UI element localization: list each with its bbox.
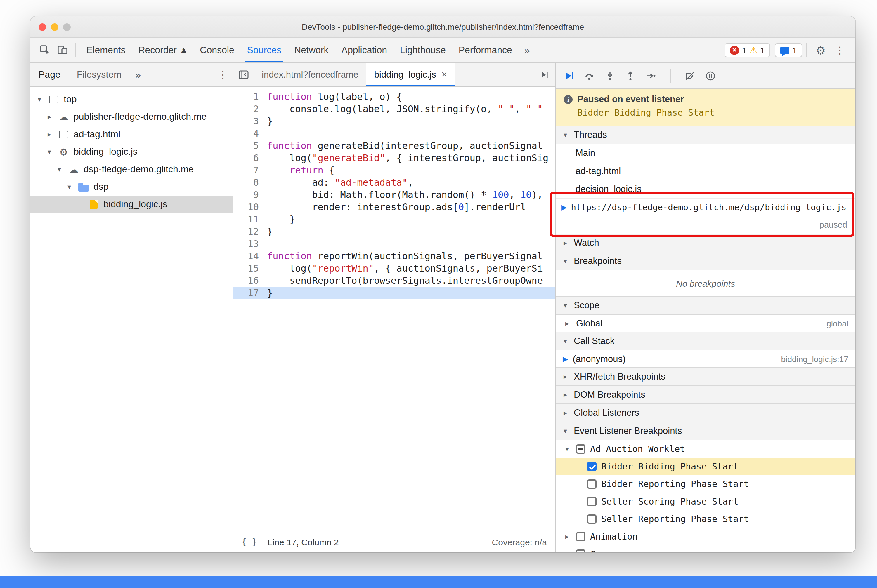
- section-header-watch[interactable]: ▸Watch: [556, 234, 855, 252]
- tab-lighthouse[interactable]: Lighthouse: [394, 38, 452, 63]
- elb-item-bidder-reporting-phase-start[interactable]: Bidder Reporting Phase Start: [556, 475, 855, 493]
- main-menu-kebab-icon[interactable]: ⋮: [830, 44, 850, 56]
- tab-performance[interactable]: Performance: [452, 38, 519, 63]
- tab-sources[interactable]: Sources: [241, 38, 288, 63]
- section-header-dom-breakpoints[interactable]: ▸DOM Breakpoints: [556, 386, 855, 404]
- thread-item-active[interactable]: ▶https://dsp-fledge-demo.glitch.me/dsp/b…: [556, 198, 855, 234]
- code-line[interactable]: 14function reportWin(auctionSignals, per…: [233, 250, 555, 262]
- tree-item-dsp[interactable]: ▾dsp: [30, 178, 233, 196]
- tree-item-publisher-fledge-demo-glitch-me[interactable]: ▸☁publisher-fledge-demo.glitch.me: [30, 108, 233, 126]
- thread-item-main[interactable]: Main: [556, 144, 855, 162]
- checkbox[interactable]: [587, 514, 597, 524]
- chevron-down-icon[interactable]: ▾: [35, 95, 44, 104]
- editor-tab-index[interactable]: index.html?fencedframe: [254, 63, 367, 86]
- tab-elements[interactable]: Elements: [80, 38, 132, 63]
- zoom-window-button[interactable]: [63, 23, 71, 31]
- pretty-print-button[interactable]: { }: [241, 537, 257, 547]
- tab-filesystem[interactable]: Filesystem: [69, 63, 130, 86]
- section-header-scope[interactable]: ▾Scope: [556, 296, 855, 315]
- line-number: 8: [233, 176, 267, 189]
- editor-tab-bidding-logic[interactable]: bidding_logic.js ×: [367, 63, 456, 86]
- tab-application[interactable]: Application: [335, 38, 394, 63]
- errors-warnings-badge[interactable]: ✕ 1 ⚠ 1: [725, 43, 770, 57]
- checkbox[interactable]: [587, 462, 597, 471]
- call-stack-frame[interactable]: ▶(anonymous)bidding_logic.js:17: [556, 350, 855, 368]
- checkbox[interactable]: [576, 444, 585, 454]
- pause-on-exceptions-button[interactable]: [705, 70, 716, 81]
- chevron-right-icon[interactable]: ▸: [45, 113, 54, 121]
- resume-script-button[interactable]: [564, 70, 574, 81]
- tree-item-bidding-logic-js[interactable]: bidding_logic.js: [30, 196, 233, 213]
- chevron-down-icon[interactable]: ▾: [65, 183, 74, 191]
- issues-badge[interactable]: 1: [775, 43, 802, 57]
- code-line[interactable]: 3}: [233, 115, 555, 127]
- code-line[interactable]: 4: [233, 127, 555, 140]
- code-line[interactable]: 10 render: interestGroup.ads[0].renderUr…: [233, 201, 555, 213]
- code-line[interactable]: 15 log("reportWin", { auctionSignals, pe…: [233, 262, 555, 274]
- code-line[interactable]: 2 console.log(label, JSON.stringify(o, "…: [233, 103, 555, 115]
- toggle-navigator-icon[interactable]: [233, 63, 254, 86]
- chevron-right-icon[interactable]: ▸: [45, 130, 54, 138]
- chevron-down-icon[interactable]: ▾: [45, 148, 54, 156]
- tab-page[interactable]: Page: [30, 63, 69, 86]
- inspect-element-icon[interactable]: [36, 42, 54, 59]
- step-button[interactable]: [645, 70, 656, 81]
- checkbox[interactable]: [576, 532, 585, 541]
- line-number: 3: [233, 115, 267, 127]
- device-toolbar-icon[interactable]: [54, 42, 71, 59]
- section-header-call-stack[interactable]: ▾Call Stack: [556, 332, 855, 350]
- deactivate-breakpoints-button[interactable]: [685, 70, 695, 81]
- step-into-button[interactable]: [605, 70, 615, 81]
- checkbox[interactable]: [587, 479, 597, 489]
- more-navigator-tabs-button[interactable]: »: [130, 69, 147, 81]
- code-line[interactable]: 6 log("generateBid", { interestGroup, au…: [233, 152, 555, 164]
- code-line[interactable]: 9 bid: Math.floor(Math.random() * 100, 1…: [233, 189, 555, 201]
- tab-console[interactable]: Console: [193, 38, 241, 63]
- code-line[interactable]: 7 return {: [233, 164, 555, 176]
- code-line[interactable]: 17}: [233, 287, 555, 299]
- elb-item-seller-reporting-phase-start[interactable]: Seller Reporting Phase Start: [556, 510, 855, 528]
- code-line[interactable]: 12}: [233, 225, 555, 238]
- settings-gear-icon[interactable]: ⚙: [811, 44, 830, 57]
- code-editor[interactable]: 1function log(label, o) {2 console.log(l…: [233, 87, 555, 531]
- elb-group-canvas[interactable]: ▸Canvas: [556, 545, 855, 552]
- section-header-breakpoints[interactable]: ▾Breakpoints: [556, 252, 855, 270]
- checkbox[interactable]: [576, 549, 585, 552]
- step-out-button[interactable]: [625, 70, 636, 81]
- tree-item-label: dsp-fledge-demo.glitch.me: [84, 164, 194, 175]
- navigator-menu-kebab-icon[interactable]: ⋮: [213, 69, 233, 81]
- line-number: 9: [233, 189, 267, 201]
- tab-network[interactable]: Network: [288, 38, 335, 63]
- tree-item-ad-tag-html[interactable]: ▸ad-tag.html: [30, 126, 233, 143]
- elb-item-bidder-bidding-phase-start[interactable]: Bidder Bidding Phase Start: [556, 458, 855, 475]
- code-line[interactable]: 1function log(label, o) {: [233, 90, 555, 103]
- thread-item-decision-logic-js[interactable]: decision_logic.js: [556, 180, 855, 198]
- section-header-threads[interactable]: ▾Threads: [556, 126, 855, 144]
- more-editor-tabs-icon[interactable]: [534, 63, 555, 86]
- more-panels-button[interactable]: »: [519, 44, 536, 56]
- elb-group-ad-auction-worklet[interactable]: ▾Ad Auction Worklet: [556, 440, 855, 458]
- code-line[interactable]: 5function generateBid(interestGroup, auc…: [233, 140, 555, 152]
- section-header-xhr-fetch-breakpoints[interactable]: ▸XHR/fetch Breakpoints: [556, 367, 855, 386]
- minimize-window-button[interactable]: [51, 23, 59, 31]
- checkbox[interactable]: [587, 497, 597, 506]
- chevron-down-icon[interactable]: ▾: [55, 165, 64, 173]
- section-header-global-listeners[interactable]: ▸Global Listeners: [556, 404, 855, 422]
- thread-item-ad-tag-html[interactable]: ad-tag.html: [556, 162, 855, 180]
- elb-group-animation[interactable]: ▸Animation: [556, 528, 855, 545]
- close-tab-icon[interactable]: ×: [441, 69, 447, 81]
- tree-item-dsp-fledge-demo-glitch-me[interactable]: ▾☁dsp-fledge-demo.glitch.me: [30, 160, 233, 178]
- tree-item-top[interactable]: ▾top: [30, 90, 233, 108]
- step-over-button[interactable]: [584, 70, 595, 81]
- section-header-event-listener-breakpoints[interactable]: ▾Event Listener Breakpoints: [556, 422, 855, 440]
- close-window-button[interactable]: [39, 23, 46, 31]
- code-line[interactable]: 16 sendReportTo(browserSignals.interestG…: [233, 274, 555, 287]
- tab-recorder[interactable]: Recorder♟: [132, 38, 193, 63]
- code-line[interactable]: 13: [233, 238, 555, 250]
- elb-item-seller-scoring-phase-start[interactable]: Seller Scoring Phase Start: [556, 493, 855, 510]
- scope-row-global[interactable]: ▸Globalglobal: [556, 315, 855, 332]
- code-line[interactable]: 11 }: [233, 213, 555, 225]
- code-line[interactable]: 8 ad: "ad-metadata",: [233, 176, 555, 189]
- paused-banner-title: Paused on event listener: [577, 94, 684, 105]
- tree-item-bidding-logic-js[interactable]: ▾⚙bidding_logic.js: [30, 143, 233, 160]
